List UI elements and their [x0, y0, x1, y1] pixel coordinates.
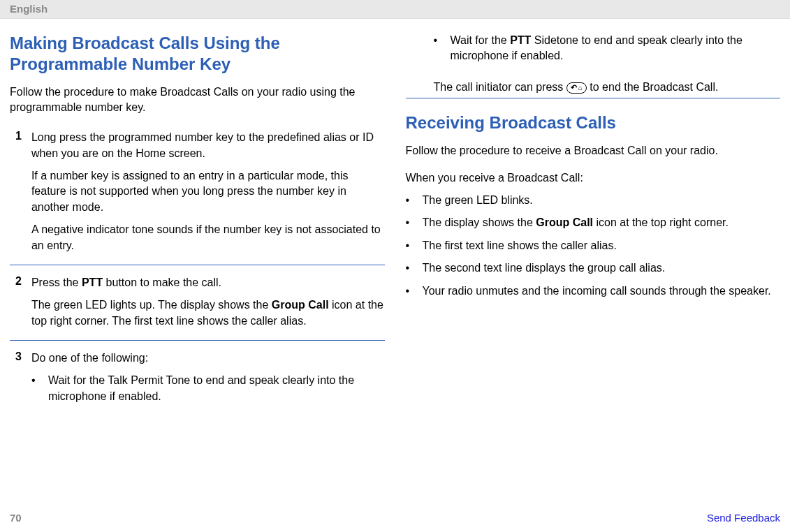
- step-3: 3 Do one of the following: • Wait for th…: [10, 348, 385, 421]
- step-number-1: 1: [10, 130, 22, 253]
- when-text: When you receive a Broadcast Call:: [406, 170, 781, 186]
- step2-para2: The green LED lights up. The display sho…: [31, 297, 385, 329]
- intro-text-1: Follow the procedure to make Broadcast C…: [10, 84, 385, 114]
- back-arrow-icon: ↶: [571, 83, 577, 92]
- section-end-divider: [406, 98, 781, 98]
- receive-bullets: • The green LED blinks. • The display sh…: [406, 193, 781, 299]
- continuation-text: Wait for the PTT Sidetone to end and spe…: [451, 33, 781, 64]
- step-divider-1: [10, 265, 385, 265]
- step3-bullet1: • Wait for the Talk Permit Tone to end a…: [31, 373, 385, 404]
- step-body-1: Long press the programmed number key to …: [31, 130, 385, 253]
- step-1: 1 Long press the programmed number key t…: [10, 127, 385, 263]
- list-item: • The green LED blinks.: [406, 193, 781, 208]
- step-2: 2 Press the PTT button to make the call.…: [10, 272, 385, 339]
- step-number-2: 2: [10, 275, 22, 329]
- list-item: • Your radio unmutes and the incoming ca…: [406, 283, 781, 299]
- language-label: English: [10, 3, 47, 15]
- bullet-dot-icon: •: [406, 238, 413, 253]
- step3-para1: Do one of the following:: [31, 350, 385, 366]
- col2-continuation: • Wait for the PTT Sidetone to end and s…: [406, 33, 781, 94]
- step-body-3: Do one of the following: • Wait for the …: [31, 350, 385, 411]
- bullet-dot-icon: •: [31, 373, 38, 404]
- intro-text-2: Follow the procedure to receive a Broadc…: [406, 143, 781, 158]
- left-column: Making Broadcast Calls Using the Program…: [10, 33, 385, 421]
- step-number-3: 3: [10, 350, 22, 411]
- section-heading-2: Receiving Broadcast Calls: [406, 112, 781, 133]
- bullet-dot-icon: •: [406, 215, 413, 230]
- step1-para1: Long press the programmed number key to …: [31, 130, 385, 161]
- footer: 70 Send Feedback: [10, 512, 780, 524]
- list-item: • The first text line shows the caller a…: [406, 238, 781, 253]
- step1-para2: If a number key is assigned to an entry …: [31, 168, 385, 215]
- section-heading-1: Making Broadcast Calls Using the Program…: [10, 33, 385, 75]
- page-number: 70: [10, 512, 22, 524]
- bullet-dot-icon: •: [406, 193, 413, 208]
- bullet-dot-icon: •: [406, 283, 413, 299]
- step-divider-2: [10, 340, 385, 341]
- bullet-dot-icon: •: [434, 33, 441, 64]
- back-home-button-icon: ↶ ⌂: [566, 82, 587, 94]
- end-call-para: The call initiator can press ↶ ⌂ to end …: [434, 81, 781, 94]
- right-column: • Wait for the PTT Sidetone to end and s…: [406, 33, 781, 421]
- list-item: • The display shows the Group Call icon …: [406, 215, 781, 230]
- send-feedback-link[interactable]: Send Feedback: [707, 512, 780, 524]
- header-bar: English: [0, 0, 790, 19]
- list-item: • The second text line displays the grou…: [406, 260, 781, 276]
- step1-para3: A negative indicator tone sounds if the …: [31, 222, 385, 253]
- step2-para1: Press the PTT button to make the call.: [31, 275, 385, 290]
- step-body-2: Press the PTT button to make the call. T…: [31, 275, 385, 329]
- page-container: Making Broadcast Calls Using the Program…: [0, 19, 790, 456]
- continuation-bullet: • Wait for the PTT Sidetone to end and s…: [434, 33, 781, 64]
- home-icon: ⌂: [578, 84, 583, 91]
- bullet-dot-icon: •: [406, 260, 413, 276]
